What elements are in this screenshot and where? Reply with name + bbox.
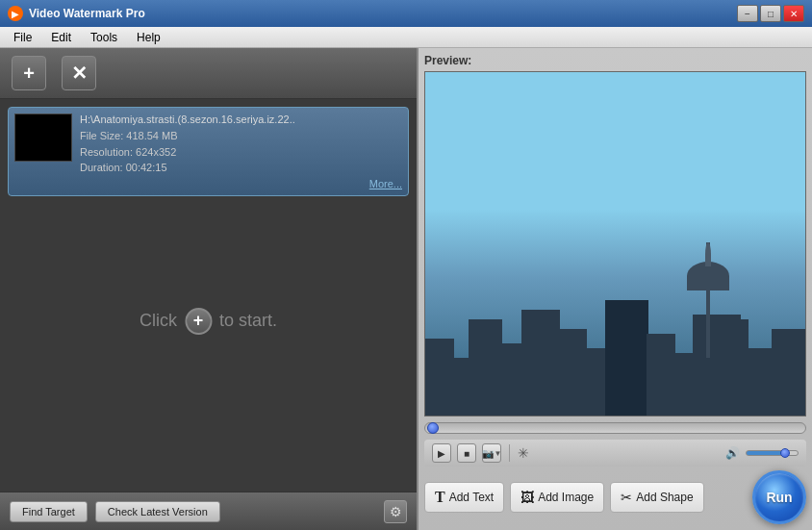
volume-slider[interactable] — [746, 450, 799, 456]
add-text-label: Add Text — [449, 491, 494, 504]
file-thumbnail — [14, 114, 72, 162]
buildings-decoration — [425, 158, 805, 416]
building — [558, 329, 587, 416]
window-controls: − □ ✕ — [737, 5, 804, 22]
menu-help[interactable]: Help — [127, 29, 170, 46]
volume-slider-thumb — [780, 448, 790, 458]
gear-icon: ⚙ — [390, 504, 402, 519]
add-image-button[interactable]: 🖼 Add Image — [510, 482, 604, 513]
play-icon: ▶ — [438, 448, 445, 459]
bottom-row: T Add Text 🖼 Add Image ✂ Add Shape Run — [424, 470, 806, 524]
file-duration: Duration: 00:42:15 — [80, 160, 402, 176]
app-title: Video Watermark Pro — [29, 7, 737, 20]
file-path: H:\Anatomiya.strasti.(8.sezon.16.seriya.… — [80, 114, 402, 125]
play-button[interactable]: ▶ — [432, 443, 451, 463]
check-version-button[interactable]: Check Latest Version — [95, 501, 220, 522]
file-info: H:\Anatomiya.strasti.(8.sezon.16.seriya.… — [80, 114, 402, 189]
building — [425, 339, 454, 416]
building — [469, 319, 502, 416]
remove-file-button[interactable]: ✕ — [62, 56, 96, 90]
add-file-button[interactable]: + — [12, 56, 46, 90]
building — [605, 300, 648, 416]
file-list-area: H:\Anatomiya.strasti.(8.sezon.16.seriya.… — [0, 99, 417, 492]
left-panel: + ✕ H:\Anatomiya.strasti.(8.sezon.16.ser… — [0, 48, 419, 530]
stop-button[interactable]: ■ — [457, 443, 476, 463]
video-preview — [424, 71, 806, 416]
more-link[interactable]: More... — [80, 178, 402, 189]
click-hint-suffix: to start. — [219, 311, 277, 331]
find-target-button[interactable]: Find Target — [10, 501, 88, 522]
separator — [509, 444, 510, 462]
building — [691, 358, 712, 416]
video-frame — [425, 72, 805, 416]
seek-thumb — [427, 422, 439, 434]
run-button-container: Run — [752, 470, 806, 524]
main-content: + ✕ H:\Anatomiya.strasti.(8.sezon.16.ser… — [0, 48, 812, 530]
building — [772, 329, 805, 416]
settings-button[interactable]: ⚙ — [384, 500, 407, 523]
menu-edit[interactable]: Edit — [41, 29, 81, 46]
click-hint-plus-icon: + — [185, 308, 212, 335]
minimize-button[interactable]: − — [737, 5, 758, 22]
building — [647, 334, 675, 416]
add-shape-icon: ✂ — [621, 490, 632, 505]
camera-icon: 📷 — [482, 448, 494, 459]
stop-icon: ■ — [464, 448, 469, 459]
building — [521, 310, 560, 416]
dropdown-arrow-icon: ▼ — [495, 449, 502, 458]
add-image-icon: 🖼 — [520, 490, 534, 505]
menu-file[interactable]: File — [4, 29, 41, 46]
click-hint-prefix: Click — [140, 311, 177, 331]
bottom-bar: Find Target Check Latest Version ⚙ — [0, 492, 417, 530]
menu-tools[interactable]: Tools — [81, 29, 127, 46]
close-button[interactable]: ✕ — [783, 5, 804, 22]
player-controls: ▶ ■ 📷 ▼ ✳ 🔊 — [424, 440, 806, 467]
seek-bar[interactable] — [424, 422, 806, 434]
title-bar: ▶ Video Watermark Pro − □ ✕ — [0, 0, 812, 27]
file-resolution: Resolution: 624x352 — [80, 144, 402, 161]
building — [710, 319, 749, 416]
volume-icon[interactable]: 🔊 — [725, 446, 740, 460]
add-image-label: Add Image — [538, 491, 594, 504]
add-text-icon: T — [435, 489, 445, 506]
preview-label: Preview: — [424, 54, 806, 67]
add-shape-label: Add Shape — [636, 491, 693, 504]
add-text-button[interactable]: T Add Text — [424, 482, 504, 513]
file-size: File Size: 418.54 MB — [80, 128, 402, 144]
fx-icon[interactable]: ✳ — [518, 445, 529, 461]
maximize-button[interactable]: □ — [760, 5, 781, 22]
click-hint: Click + to start. — [140, 308, 277, 335]
toolbar: + ✕ — [0, 48, 417, 99]
file-item[interactable]: H:\Anatomiya.strasti.(8.sezon.16.seriya.… — [8, 107, 409, 196]
capture-button[interactable]: 📷 ▼ — [482, 443, 501, 463]
building — [747, 348, 774, 416]
right-panel: Preview: — [419, 48, 812, 530]
menu-bar: File Edit Tools Help — [0, 27, 812, 48]
run-button[interactable]: Run — [752, 470, 806, 524]
app-icon: ▶ — [8, 6, 23, 21]
add-shape-button[interactable]: ✂ Add Shape — [610, 482, 703, 513]
